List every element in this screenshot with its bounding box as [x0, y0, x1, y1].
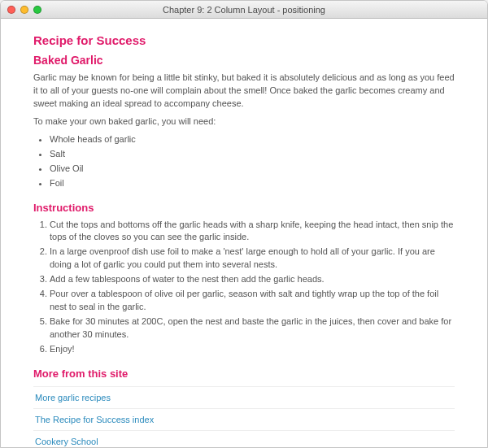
browser-window: Chapter 9: 2 Column Layout - positioning…: [0, 0, 488, 448]
window-title: Chapter 9: 2 Column Layout - positioning: [1, 5, 487, 15]
more-heading: More from this site: [33, 368, 455, 380]
list-item: Bake for 30 minutes at 200C, open the ne…: [50, 315, 455, 341]
traffic-lights: [7, 6, 41, 14]
page-title: Recipe for Success: [33, 33, 455, 47]
link-cookery[interactable]: Cookery School: [33, 431, 455, 447]
list-item: Olive Oil: [50, 163, 455, 176]
list-item: Whole heads of garlic: [50, 133, 455, 146]
instructions-list: Cut the tops and bottoms off the garlic …: [33, 219, 455, 356]
close-icon[interactable]: [7, 6, 15, 14]
list-item: Salt: [50, 148, 455, 161]
list-item: Cut the tops and bottoms off the garlic …: [50, 219, 455, 245]
list-item: Enjoy!: [50, 343, 455, 356]
instructions-heading: Instructions: [33, 202, 455, 214]
page-content[interactable]: Recipe for Success Baked Garlic Garlic m…: [1, 19, 487, 447]
more-links: More garlic recipes The Recipe for Succe…: [33, 386, 455, 447]
ingredients-list: Whole heads of garlic Salt Olive Oil Foi…: [33, 133, 455, 190]
minimize-icon[interactable]: [20, 6, 28, 14]
link-recipe-index[interactable]: The Recipe for Success index: [33, 409, 455, 431]
list-item: Pour over a tablespoon of olive oil per …: [50, 288, 455, 314]
zoom-icon[interactable]: [33, 6, 41, 14]
list-item: Add a few tablespoons of water to the ne…: [50, 273, 455, 286]
list-item: In a large ovenproof dish use foil to ma…: [50, 246, 455, 272]
intro-paragraph: Garlic may be known for being a little b…: [33, 72, 455, 111]
recipe-title: Baked Garlic: [33, 54, 455, 67]
list-item: Foil: [50, 177, 455, 190]
window-titlebar: Chapter 9: 2 Column Layout - positioning: [1, 1, 487, 19]
intro-need: To make your own baked garlic, you will …: [33, 115, 455, 128]
link-more-garlic[interactable]: More garlic recipes: [33, 387, 455, 409]
